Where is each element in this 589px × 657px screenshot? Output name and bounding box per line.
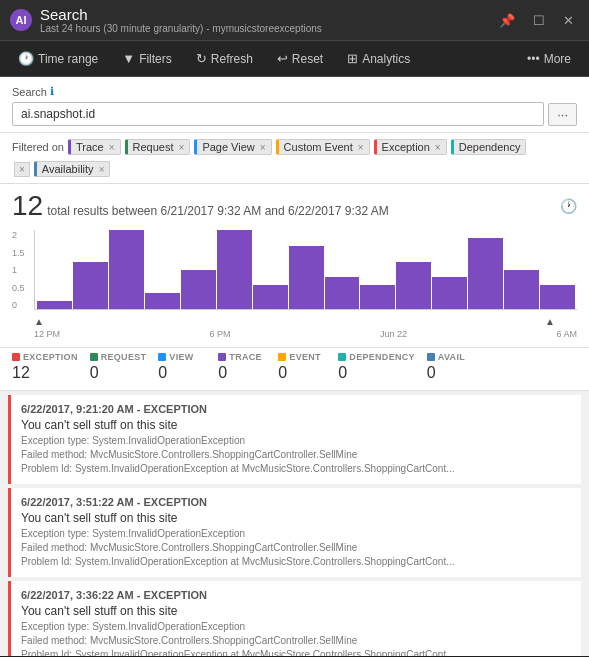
time-range-button[interactable]: 🕐 Time range [8,47,108,70]
maximize-button[interactable]: ☐ [528,11,550,30]
metric-item: EVENT 0 [278,352,338,382]
chart-bar [504,270,539,310]
chart-bar [432,277,467,309]
metric-dot [218,353,226,361]
chart-arrows: ▲▲ [12,314,577,327]
chart-bar [360,285,395,309]
app-icon: AI [10,9,32,31]
filter-availability-close[interactable]: × [99,164,105,175]
metric-label: EXCEPTION [12,352,78,362]
reset-button[interactable]: ↩ Reset [267,47,333,70]
chart-bar [540,285,575,309]
metric-value: 0 [338,364,415,382]
result-meta: Exception type: System.InvalidOperationE… [21,527,571,569]
search-options-button[interactable]: ··· [548,103,577,126]
content-area: Search ℹ ··· Filtered on Trace × Request… [0,77,589,656]
list-item[interactable]: 6/22/2017, 3:51:22 AM - EXCEPTION You ca… [8,488,581,577]
metric-label: AVAIL [427,352,475,362]
chart-container: 2 1.5 1 0.5 0 [12,230,577,310]
list-item[interactable]: 6/22/2017, 9:21:20 AM - EXCEPTION You ca… [8,395,581,484]
chart-y-labels: 2 1.5 1 0.5 0 [12,230,30,310]
chart-bar [73,262,108,309]
search-help-icon: ℹ [50,85,54,98]
search-label-text: Search [12,86,47,98]
list-item[interactable]: 6/22/2017, 3:36:22 AM - EXCEPTION You ca… [8,581,581,656]
pin-button[interactable]: 📌 [494,11,520,30]
filter-icon: ▼ [122,51,135,66]
chart-area: 2 1.5 1 0.5 0 ▲▲ 12 PM 6 PM Jun 22 6 AM [0,226,589,348]
filter-pageview-close[interactable]: × [260,142,266,153]
metric-value: 12 [12,364,78,382]
chart-bar [181,270,216,310]
results-list: 6/22/2017, 9:21:20 AM - EXCEPTION You ca… [0,395,589,656]
result-meta: Exception type: System.InvalidOperationE… [21,620,571,656]
filtered-on-label: Filtered on [12,139,64,153]
results-count: 12 [12,190,43,222]
metric-value: 0 [427,364,475,382]
filters-button[interactable]: ▼ Filters [112,47,182,70]
filter-customevent-close[interactable]: × [358,142,364,153]
more-button[interactable]: ••• More [517,48,581,70]
filter-tag-exception[interactable]: Exception × [374,139,447,155]
analytics-icon: ⊞ [347,51,358,66]
metric-item: TRACE 0 [218,352,278,382]
filter-tag-request[interactable]: Request × [125,139,191,155]
metric-item: REQUEST 0 [90,352,159,382]
result-meta: Exception type: System.InvalidOperationE… [21,434,571,476]
search-input[interactable] [12,102,544,126]
chart-bar [37,301,72,309]
result-title: You can't sell stuff on this site [21,418,571,432]
filter-trace-close[interactable]: × [109,142,115,153]
analytics-button[interactable]: ⊞ Analytics [337,47,420,70]
filter-tag-dependency[interactable]: Dependency [451,139,527,155]
filter-request-close[interactable]: × [179,142,185,153]
metric-label: REQUEST [90,352,147,362]
metric-item: EXCEPTION 12 [12,352,90,382]
metric-value: 0 [278,364,326,382]
metric-dot [158,353,166,361]
clock-icon: 🕐 [18,51,34,66]
metric-label: VIEW [158,352,206,362]
metric-label: TRACE [218,352,266,362]
app-title: Search [40,6,322,23]
metrics-row: EXCEPTION 12 REQUEST 0 VIEW 0 TRACE 0 EV… [0,348,589,391]
title-bar: AI Search Last 24 hours (30 minute granu… [0,0,589,41]
chart-bars-area [34,230,577,310]
filters-row: Filtered on Trace × Request × Page View … [0,133,589,184]
chart-x-labels: 12 PM 6 PM Jun 22 6 AM [34,327,577,339]
metric-item: AVAIL 0 [427,352,487,382]
result-title: You can't sell stuff on this site [21,604,571,618]
filter-exception-close[interactable]: × [435,142,441,153]
chart-bar [468,238,503,309]
chart-arrow-left: ▲ [34,316,44,327]
metric-item: DEPENDENCY 0 [338,352,427,382]
metric-dot [12,353,20,361]
metric-value: 0 [90,364,147,382]
metric-value: 0 [218,364,266,382]
metric-dot [338,353,346,361]
result-timestamp: 6/22/2017, 3:36:22 AM - EXCEPTION [21,589,571,601]
filter-tag-availability[interactable]: Availability × [34,161,111,177]
history-icon[interactable]: 🕐 [560,198,577,214]
filter-dependency-close[interactable]: × [14,162,30,177]
filter-tag-customevent[interactable]: Custom Event × [276,139,370,155]
window-controls[interactable]: 📌 ☐ ✕ [494,11,579,30]
metric-label: DEPENDENCY [338,352,415,362]
metric-item: VIEW 0 [158,352,218,382]
refresh-button[interactable]: ↻ Refresh [186,47,263,70]
chart-bar [253,285,288,309]
metric-label: EVENT [278,352,326,362]
result-timestamp: 6/22/2017, 9:21:20 AM - EXCEPTION [21,403,571,415]
chart-bar [109,230,144,309]
bars-group [35,230,577,309]
results-header: 12 total results between 6/21/2017 9:32 … [0,184,589,226]
chart-bar [325,277,360,309]
chart-bar [145,293,180,309]
chart-bar [217,230,252,309]
metric-dot [427,353,435,361]
metric-value: 0 [158,364,206,382]
filter-tag-pageview[interactable]: Page View × [194,139,271,155]
toolbar: 🕐 Time range ▼ Filters ↻ Refresh ↩ Reset… [0,41,589,77]
filter-tag-trace[interactable]: Trace × [68,139,121,155]
close-button[interactable]: ✕ [558,11,579,30]
